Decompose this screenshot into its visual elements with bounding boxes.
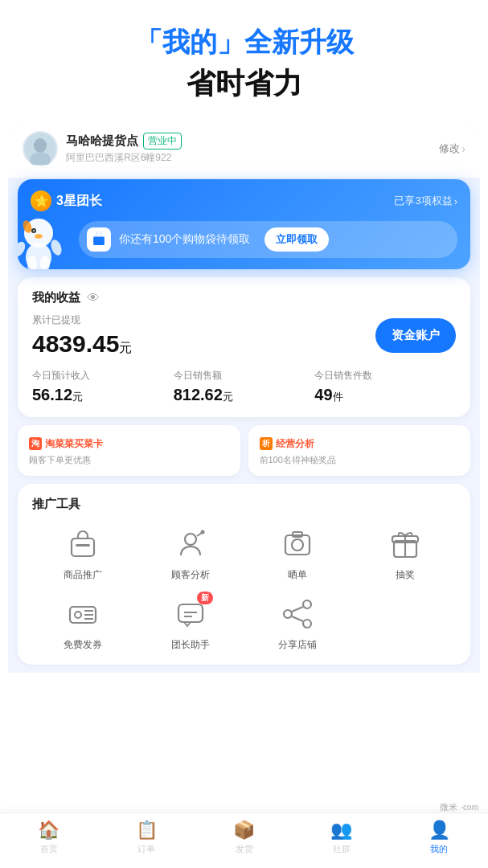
svg-point-36 bbox=[303, 620, 311, 628]
my-icon: 👤 bbox=[429, 820, 450, 841]
main-title-line2: 省时省力 bbox=[16, 64, 472, 104]
svg-point-6 bbox=[33, 230, 35, 231]
feature-tag-1: 析 经营分析 bbox=[260, 437, 314, 451]
store-info-left: 马哈哈提货点 营业中 阿里巴巴西溪R区6幢922 bbox=[23, 131, 182, 166]
feature-card-1[interactable]: 析 经营分析 前100名得神秘奖品 bbox=[248, 425, 471, 476]
feature-desc-1: 前100名得神秘奖品 bbox=[260, 454, 460, 466]
feature-card-0[interactable]: 淘 淘菜菜买菜卡 顾客下单更优惠 bbox=[18, 425, 240, 476]
tab-send[interactable]: 📦 发货 bbox=[195, 820, 293, 855]
store-name: 马哈哈提货点 bbox=[66, 133, 138, 149]
rights-link[interactable]: 已享3项权益 › bbox=[394, 194, 457, 208]
watermark: 微米 ·com bbox=[440, 801, 478, 813]
svg-point-10 bbox=[49, 239, 64, 257]
svg-point-34 bbox=[303, 600, 311, 608]
store-name-row: 马哈哈提货点 营业中 bbox=[66, 133, 182, 149]
main-title-line1: 「我的」全新升级 bbox=[16, 24, 472, 61]
top-header: 「我的」全新升级 省时省力 bbox=[0, 0, 488, 120]
tab-send-label: 发货 bbox=[236, 843, 253, 855]
bag-text: 你还有100个购物袋待领取 bbox=[119, 232, 250, 247]
svg-line-37 bbox=[292, 607, 303, 612]
svg-line-38 bbox=[292, 616, 303, 621]
tool-icon-wrap-6 bbox=[278, 595, 317, 633]
watermark-text: 微米 bbox=[440, 801, 457, 813]
tools-section: 推广工具 商品推广 bbox=[18, 484, 470, 665]
svg-rect-15 bbox=[72, 538, 94, 556]
eye-icon[interactable]: 👁 bbox=[87, 291, 100, 305]
rank-label: 3星团长 bbox=[56, 193, 102, 210]
main-content-area: 马哈哈提货点 营业中 阿里巴巴西溪R区6幢922 修改 › bbox=[8, 120, 480, 673]
blue-card-header: ⭐ 3星团长 已享3项权益 › bbox=[31, 190, 457, 211]
today-income-value: 56.12元 bbox=[32, 386, 174, 404]
cumulative-unit: 元 bbox=[119, 341, 132, 354]
today-income-label: 今日预计收入 bbox=[32, 369, 174, 383]
tab-home-label: 首页 bbox=[40, 843, 58, 855]
home-icon: 🏠 bbox=[38, 820, 59, 841]
tool-item-leader-assistant[interactable]: 新 团长助手 bbox=[140, 595, 241, 652]
tool-item-product-promo[interactable]: 商品推广 bbox=[32, 525, 133, 582]
tool-label-2: 晒单 bbox=[288, 568, 307, 582]
tool-item-share-store[interactable]: 分享店铺 bbox=[248, 595, 349, 652]
store-info-text: 马哈哈提货点 营业中 阿里巴巴西溪R区6幢922 bbox=[66, 133, 182, 165]
tool-label-5: 团长助手 bbox=[171, 638, 210, 652]
tool-item-lottery[interactable]: 抽奖 bbox=[355, 525, 456, 582]
tool-icon-wrap-1 bbox=[171, 525, 210, 563]
tab-community-label: 社群 bbox=[333, 843, 351, 855]
svg-point-21 bbox=[292, 539, 303, 551]
earnings-header: 我的收益 👁 bbox=[32, 290, 456, 305]
tool-icon-wrap-5: 新 bbox=[171, 595, 210, 633]
shopping-bag-icon bbox=[91, 231, 107, 248]
today-sales-label: 今日销售额 bbox=[174, 369, 315, 383]
tool-item-customer-analysis[interactable]: 顾客分析 bbox=[140, 525, 241, 582]
tool-item-free-coupon[interactable]: 免费发券 bbox=[32, 595, 133, 652]
gift-icon bbox=[389, 528, 421, 560]
feature-desc-0: 顾客下单更优惠 bbox=[29, 454, 229, 466]
community-icon: 👥 bbox=[330, 820, 352, 841]
analysis-icon: 析 bbox=[260, 437, 273, 450]
claim-bag-button[interactable]: 立即领取 bbox=[265, 227, 329, 252]
today-sales-stat: 今日销售额 812.62元 bbox=[174, 369, 315, 404]
feature-cards-row: 淘 淘菜菜买菜卡 顾客下单更优惠 析 经营分析 前100名得神秘奖品 bbox=[18, 425, 470, 476]
svg-point-19 bbox=[200, 530, 204, 534]
coupon-icon bbox=[67, 598, 99, 630]
send-icon: 📦 bbox=[233, 820, 255, 841]
svg-point-35 bbox=[284, 610, 292, 618]
cumulative-earnings: 累计已提现 4839.45元 bbox=[32, 313, 132, 358]
store-edit-label: 修改 bbox=[439, 141, 460, 156]
store-address: 阿里巴巴西溪R区6幢922 bbox=[66, 151, 182, 165]
tab-order-label: 订单 bbox=[137, 843, 155, 855]
tools-title: 推广工具 bbox=[32, 497, 456, 512]
fund-account-button[interactable]: 资金账户 bbox=[375, 318, 456, 353]
blue-rank-card: ⭐ 3星团长 已享3项权益 › 你还有100个购物袋待领取 立即领取 bbox=[18, 179, 470, 269]
person-analysis-icon bbox=[174, 528, 207, 560]
tool-label-1: 顾客分析 bbox=[171, 568, 210, 582]
svg-point-27 bbox=[75, 612, 81, 618]
watermark-logo: ·com bbox=[461, 803, 478, 812]
cumulative-amount: 4839.45元 bbox=[32, 330, 132, 358]
svg-point-1 bbox=[34, 138, 47, 153]
order-icon: 📋 bbox=[136, 820, 158, 841]
photo-icon bbox=[281, 528, 314, 560]
tab-home[interactable]: 🏠 首页 bbox=[0, 820, 97, 855]
svg-point-7 bbox=[35, 234, 43, 239]
today-count-stat: 今日销售件数 49件 bbox=[314, 369, 456, 404]
share-icon bbox=[281, 598, 314, 630]
store-bar: 马哈哈提货点 营业中 阿里巴巴西溪R区6幢922 修改 › bbox=[8, 120, 480, 178]
store-edit-button[interactable]: 修改 › bbox=[439, 141, 465, 156]
earnings-card: 我的收益 👁 累计已提现 4839.45元 资金账户 今日预计收入 56.12元… bbox=[18, 277, 470, 417]
rights-text: 已享3项权益 bbox=[394, 194, 452, 208]
tool-item-show-order[interactable]: 晒单 bbox=[248, 525, 349, 582]
svg-rect-16 bbox=[76, 544, 90, 547]
tab-order[interactable]: 📋 订单 bbox=[97, 820, 195, 855]
taocaicai-icon: 淘 bbox=[29, 437, 42, 450]
tab-my[interactable]: 👤 我的 bbox=[391, 820, 488, 855]
bag-notification: 你还有100个购物袋待领取 立即领取 bbox=[79, 221, 457, 258]
earnings-stats-row: 今日预计收入 56.12元 今日销售额 812.62元 今日销售件数 49件 bbox=[32, 369, 456, 404]
tab-bar: 🏠 首页 📋 订单 📦 发货 👥 社群 👤 我的 bbox=[0, 813, 488, 868]
svg-point-17 bbox=[185, 534, 196, 545]
tool-icon-wrap-2 bbox=[278, 525, 317, 563]
store-status-badge: 营业中 bbox=[143, 133, 182, 149]
tab-community[interactable]: 👥 社群 bbox=[293, 820, 390, 855]
earnings-title: 我的收益 bbox=[32, 290, 80, 305]
earnings-main-row: 累计已提现 4839.45元 资金账户 bbox=[32, 313, 456, 358]
tools-grid: 商品推广 顾客分析 bbox=[32, 525, 456, 652]
